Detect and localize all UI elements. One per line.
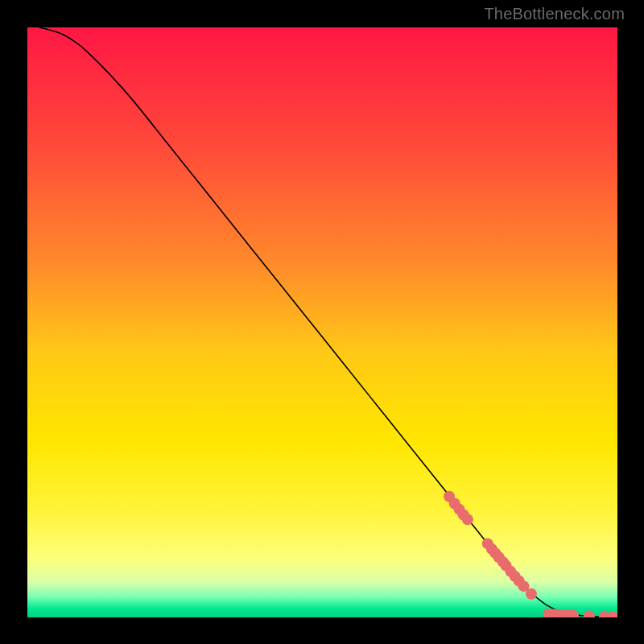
- chart-frame: TheBottleneck.com: [0, 0, 644, 644]
- data-point: [462, 514, 473, 525]
- plot-background: [27, 27, 617, 617]
- data-point: [526, 588, 537, 600]
- bottleneck-chart: [27, 27, 617, 617]
- attribution-text: TheBottleneck.com: [484, 5, 625, 23]
